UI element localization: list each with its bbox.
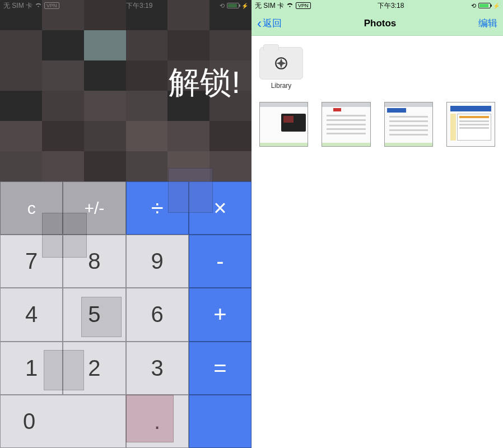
- key-dot[interactable]: .: [126, 395, 189, 448]
- equals-key[interactable]: =: [189, 342, 252, 395]
- thumbnail-4[interactable]: [446, 102, 495, 147]
- wifi-icon: [35, 2, 42, 10]
- status-bar: 无 SIM 卡 VPN 下午3:19 ⟲ ⚡: [0, 0, 252, 11]
- nav-bar: ‹ 返回 Photos 编辑: [252, 11, 503, 36]
- key-3[interactable]: 3: [126, 342, 189, 395]
- right-phone-screen: 无 SIM 卡 VPN 下午3:18 ⟲ ⚡ ‹ 返回 Photos 编辑: [252, 0, 503, 448]
- key-6[interactable]: 6: [126, 288, 189, 341]
- key-8[interactable]: 8: [63, 235, 125, 288]
- chevron-left-icon: ‹: [257, 17, 262, 30]
- status-bar: 无 SIM 卡 VPN 下午3:18 ⟲ ⚡: [252, 0, 503, 11]
- wifi-icon: [286, 2, 294, 10]
- key-5[interactable]: 5: [63, 288, 125, 341]
- rotation-lock-icon: ⟲: [220, 2, 225, 10]
- key-4[interactable]: 4: [0, 288, 63, 341]
- carrier-text: 无 SIM 卡: [255, 1, 284, 11]
- battery-icon: [478, 3, 491, 8]
- thumbnail-1[interactable]: [259, 102, 308, 147]
- left-phone-screen: 无 SIM 卡 VPN 下午3:19 ⟲ ⚡ 解锁! c +/- ÷ × 7 8…: [0, 0, 252, 448]
- charging-icon: ⚡: [493, 3, 500, 9]
- vpn-indicator: VPN: [296, 2, 311, 9]
- unlock-message: 解锁!: [169, 62, 240, 104]
- key-0[interactable]: 0: [0, 395, 126, 448]
- calculator-keypad: c +/- ÷ × 7 8 9 - 4 5 6 + 1 2 3 = 0 .: [0, 181, 252, 448]
- rotation-lock-icon: ⟲: [471, 2, 476, 10]
- divide-key[interactable]: ÷: [126, 181, 189, 235]
- key-1[interactable]: 1: [0, 342, 63, 395]
- thumbnail-3[interactable]: [384, 102, 433, 147]
- charging-icon: ⚡: [241, 3, 248, 9]
- battery-icon: [227, 3, 239, 8]
- edit-button[interactable]: 编辑: [478, 17, 497, 30]
- status-time: 下午3:18: [378, 1, 404, 11]
- photos-content: Library: [252, 36, 503, 448]
- folder-icon: [259, 47, 303, 80]
- clear-key[interactable]: c: [0, 181, 63, 235]
- multiply-key[interactable]: ×: [189, 181, 252, 235]
- carrier-text: 无 SIM 卡: [3, 1, 32, 11]
- key-9[interactable]: 9: [126, 235, 189, 288]
- folder-label: Library: [259, 82, 303, 90]
- back-button[interactable]: ‹ 返回: [257, 17, 282, 30]
- vpn-indicator: VPN: [44, 2, 59, 9]
- nav-title: Photos: [364, 18, 397, 29]
- thumbnail-row: [259, 102, 495, 147]
- back-label: 返回: [263, 17, 282, 30]
- key-7[interactable]: 7: [0, 235, 63, 288]
- aperture-icon: [274, 56, 288, 71]
- library-folder[interactable]: Library: [259, 47, 303, 90]
- plus-minus-key[interactable]: +/-: [63, 181, 125, 235]
- minus-key[interactable]: -: [189, 235, 252, 288]
- plus-key[interactable]: +: [189, 288, 252, 341]
- equals-key-extra[interactable]: [189, 395, 252, 448]
- thumbnail-2[interactable]: [322, 102, 370, 147]
- key-2[interactable]: 2: [63, 342, 125, 395]
- status-time: 下午3:19: [126, 1, 152, 11]
